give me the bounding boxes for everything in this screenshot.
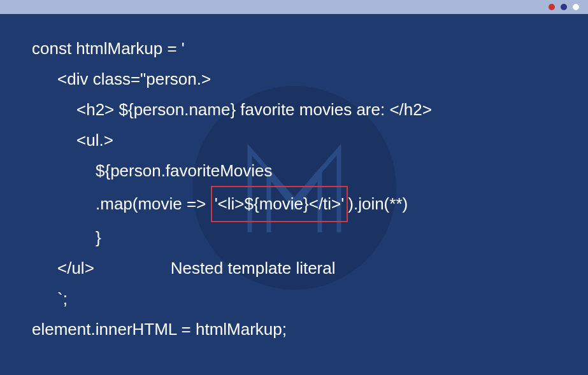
code-text: <div class="person.>: [57, 69, 211, 88]
code-line-6: .map(movie => '<li>${movie}</ti>').join(…: [32, 186, 556, 222]
code-text: ${person.favoriteMovies: [96, 161, 272, 180]
code-text: const htmlMarkup = ': [32, 39, 185, 58]
code-text: `;: [57, 289, 68, 308]
annotation-label: Nested template literal: [171, 253, 336, 283]
code-text: .map(movie =>: [96, 194, 211, 213]
code-line-5: ${person.favoriteMovies: [32, 155, 556, 186]
code-block: const htmlMarkup = ' <div class="person.…: [0, 14, 588, 357]
code-line-2: <div class="person.>: [32, 64, 556, 94]
code-line-7: }: [32, 222, 556, 253]
window-dot-white: [573, 4, 579, 10]
window-titlebar: [0, 0, 588, 14]
code-line-4: <ul.>: [32, 125, 556, 155]
code-line-9: `;: [32, 283, 556, 314]
code-text: }: [96, 228, 101, 247]
code-text: element.innerHTML = htmlMarkup;: [32, 320, 287, 339]
code-text: <h2> ${person.name} favorite movies are:…: [76, 100, 432, 119]
code-line-10: element.innerHTML = htmlMarkup;: [32, 314, 556, 344]
code-line-8: </ul>Nested template literal: [32, 253, 556, 283]
code-line-1: const htmlMarkup = ': [32, 33, 556, 64]
code-text: <ul.>: [76, 131, 113, 150]
code-text: ).join(**): [348, 194, 408, 213]
highlighted-nested-template: '<li>${movie}</ti>': [211, 186, 348, 222]
window-dot-red: [549, 4, 555, 10]
code-text: '<li>${movie}</ti>': [215, 194, 345, 213]
code-text: </ul>: [57, 253, 94, 283]
code-line-3: <h2> ${person.name} favorite movies are:…: [32, 94, 556, 125]
window-dot-blue: [561, 4, 567, 10]
